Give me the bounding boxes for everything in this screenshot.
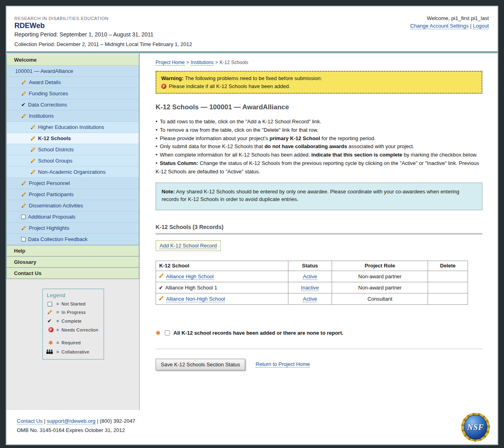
sidebar-item-non-academic-organizations[interactable]: Non-Academic Organizations — [7, 167, 139, 178]
records-heading: K-12 Schools (3 Records) — [156, 224, 482, 230]
sidebar-item-higher-education-institutions[interactable]: Higher Education Institutions — [7, 122, 139, 133]
actions-row: Save K-12 Schools Section Status Return … — [156, 359, 482, 370]
school-cell: Alliance Non-High School — [156, 293, 288, 304]
sidebar-item-label: Data Corrections — [28, 102, 67, 108]
status-link-active[interactable]: Active — [303, 273, 317, 280]
instruction-item: •Please provide information about your p… — [156, 135, 482, 143]
legend-equals: = — [56, 301, 59, 306]
sidebar-item-label: Project Highlights — [29, 225, 69, 231]
sidebar-item-award-details[interactable]: Award Details — [7, 77, 139, 88]
school-link-alliance-high-school[interactable]: Alliance High School — [166, 273, 214, 280]
sidebar-item-help[interactable]: Help — [7, 245, 139, 256]
sidebar-item-additional-proposals[interactable]: Additional Proposals — [7, 211, 139, 223]
sidebar-item-dissemination-activities[interactable]: Dissemination Activities — [7, 200, 139, 211]
records-rule — [156, 233, 482, 235]
completion-row: ✱ All K-12 school records have been adde… — [156, 329, 482, 337]
status-link-inactive[interactable]: Inactive — [301, 285, 319, 291]
delete-cell — [428, 271, 468, 282]
bullet-icon: • — [156, 143, 158, 149]
school-name: Alliance High School 1 — [165, 285, 217, 291]
pencil-icon — [21, 80, 26, 85]
sidebar-item-label: Project Participants — [29, 191, 74, 197]
sidebar-item-label: 100001 — AwardAlliance — [15, 68, 73, 74]
breadcrumb-institutions[interactable]: Institutions — [191, 60, 214, 66]
change-account-settings-link[interactable]: Change Account Settings — [410, 23, 469, 29]
sidebar-item-label: School Groups — [38, 158, 72, 164]
sidebar-item-label: School Districts — [38, 147, 74, 153]
required-icon: ✱ — [48, 340, 53, 346]
return-to-project-home-link[interactable]: Return to Project Home — [256, 361, 310, 368]
column-header-status: Status — [288, 261, 332, 271]
checkbox-icon — [21, 237, 26, 241]
add-k12-school-record-button[interactable]: Add K-12 School Record — [156, 240, 221, 251]
pencil-icon — [21, 203, 26, 208]
sidebar-item-label: Contact Us — [14, 270, 42, 276]
completion-label: All K-12 school records have been added … — [174, 330, 344, 336]
logout-link[interactable]: Logout — [473, 23, 489, 29]
column-header-k-12-school: K-12 School — [156, 261, 288, 271]
page-frame: RESEARCH IN DISABILITIES EDUCATION RDEWe… — [0, 0, 504, 448]
footer-contact-us-link[interactable]: Contact Us — [17, 418, 42, 424]
sidebar-item-project-participants[interactable]: Project Participants — [7, 189, 139, 200]
instruction-item: •When complete information for all K-12 … — [156, 151, 482, 159]
table-header-row: K-12 SchoolStatusProject RoleDelete — [156, 261, 468, 271]
save-section-status-button[interactable]: Save K-12 Schools Section Status — [156, 359, 245, 370]
sidebar-item-contact-us[interactable]: Contact Us — [7, 267, 139, 279]
sidebar-item-k-12-schools[interactable]: K-12 Schools — [7, 133, 139, 144]
error-icon: ✗ — [161, 84, 166, 89]
pencil-icon — [21, 192, 26, 197]
legend-title: Legend — [47, 292, 100, 298]
pencil-icon — [159, 295, 164, 301]
sidebar-item-100001-awardalliance[interactable]: 100001 — AwardAlliance — [7, 66, 139, 77]
all-records-added-checkbox[interactable] — [165, 330, 170, 335]
school-link-alliance-non-high-school[interactable]: Alliance Non-High School — [166, 296, 225, 302]
legend-entry-needs-correction: ✗=Needs Correction — [47, 327, 100, 332]
warning-error-text: Please indicate if all K-12 Schools have… — [169, 83, 290, 89]
breadcrumb-project-home[interactable]: Project Home — [156, 60, 185, 66]
sidebar-item-welcome[interactable]: Welcome — [7, 54, 139, 66]
breadcrumb-separator: > — [186, 60, 189, 65]
sidebar-item-project-personnel[interactable]: Project Personnel — [7, 178, 139, 189]
checkbox-icon — [48, 302, 52, 306]
legend-equals: = — [56, 319, 59, 323]
header: RESEARCH IN DISABILITIES EDUCATION RDEWe… — [6, 6, 498, 51]
legend-entry-label: Required — [62, 340, 81, 345]
footer-separator-2: | — [97, 418, 98, 424]
breadcrumb-separator: > — [215, 60, 218, 65]
add-k12-school-record-link[interactable]: Add K-12 School Record — [160, 243, 217, 249]
bullet-icon: • — [156, 119, 158, 125]
footer-contact-line: Contact Us | support@rdeweb.org | (800) … — [17, 418, 498, 424]
footer-email-link[interactable]: support@rdeweb.org — [47, 418, 96, 424]
sidebar-item-school-districts[interactable]: School Districts — [7, 144, 139, 155]
sidebar-item-data-corrections[interactable]: ✔Data Corrections — [7, 99, 139, 110]
table-body: Alliance High SchoolActiveNon-award part… — [156, 271, 468, 304]
check-icon: ✔ — [159, 285, 163, 291]
project-role-cell: Non-award partner — [332, 271, 428, 282]
status-cell: Inactive — [288, 282, 332, 293]
legend-entry-label: Collaborative — [62, 350, 89, 354]
project-role-cell: Consultant — [332, 293, 428, 304]
nsf-logo-text: NSF — [467, 423, 484, 432]
status-link-active[interactable]: Active — [303, 296, 317, 302]
delete-cell — [428, 293, 468, 304]
pencil-icon — [21, 113, 26, 119]
sidebar-item-label: Additional Proposals — [28, 214, 76, 220]
footer-phone: (800) 392-2047 — [100, 418, 135, 424]
sidebar-item-funding-sources[interactable]: Funding Sources — [7, 88, 139, 99]
sidebar-item-glossary[interactable]: Glossary — [7, 256, 139, 267]
pencil-icon — [47, 309, 52, 315]
legend-entry-not-started: =Not Started — [47, 301, 100, 306]
legend-box: Legend =Not Started=In Progress✔=Complet… — [42, 289, 104, 360]
sidebar-item-data-collection-feedback[interactable]: Data Collection Feedback — [7, 234, 139, 245]
pencil-icon — [30, 136, 36, 141]
sidebar-item-school-groups[interactable]: School Groups — [7, 155, 139, 167]
pencil-icon — [30, 147, 36, 152]
sidebar-item-institutions[interactable]: Institutions — [7, 110, 139, 122]
account-links-separator: | — [470, 23, 471, 29]
sidebar-item-project-highlights[interactable]: Project Highlights — [7, 223, 139, 234]
legend-equals: = — [56, 340, 59, 345]
app-panel: RESEARCH IN DISABILITIES EDUCATION RDEWe… — [6, 6, 498, 445]
sidebar-item-label: Dissemination Activities — [29, 203, 83, 209]
status-cell: Active — [288, 271, 332, 282]
status-cell: Active — [288, 293, 332, 304]
